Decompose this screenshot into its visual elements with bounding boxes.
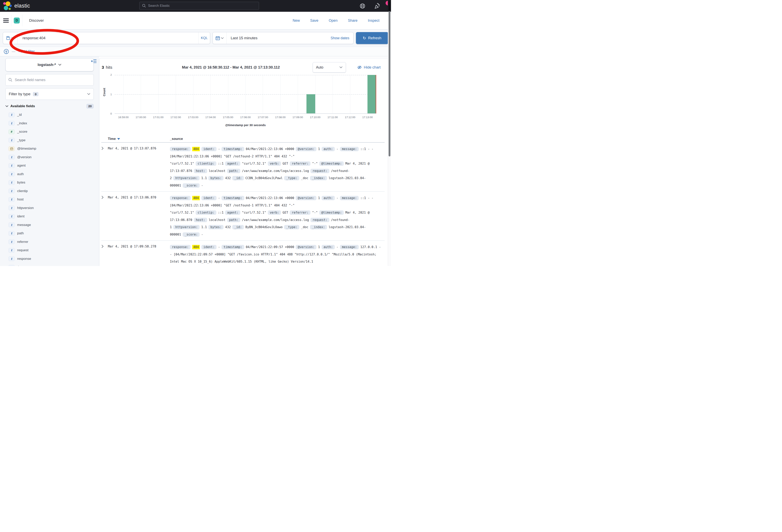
menu-icon[interactable] <box>3 18 9 23</box>
date-picker[interactable]: Last 15 minutes Show dates <box>213 32 354 44</box>
string-field-icon: t <box>8 239 14 244</box>
show-dates-button[interactable]: Show dates <box>330 36 353 40</box>
scrollbar-thumb[interactable] <box>389 1 390 156</box>
saved-query-icon <box>6 36 10 40</box>
field-item-message[interactable]: tmessage <box>5 221 94 229</box>
filter-by-type-label: Filter by type <box>9 92 31 96</box>
expand-row-icon[interactable] <box>101 243 108 266</box>
refresh-icon: ↻ <box>363 36 366 40</box>
string-field-icon: t <box>8 223 14 227</box>
hits-row: 3 hits Mar 4, 2021 @ 16:58:30.112 - Mar … <box>101 62 388 73</box>
global-search-input[interactable] <box>148 4 256 8</box>
field-chip: agent: <box>225 161 240 166</box>
nav-action-share[interactable]: Share <box>348 18 357 23</box>
sort-descending-icon[interactable] <box>117 138 120 140</box>
field-value: _doc <box>301 225 308 229</box>
results-panel: 3 hits Mar 4, 2021 @ 16:58:30.112 - Mar … <box>99 58 388 266</box>
field-item-_id[interactable]: t_id <box>5 111 94 119</box>
field-value: 1 <box>318 245 320 249</box>
table-row: Mar 4, 2021 @ 17:13:07.876response:404id… <box>101 143 385 192</box>
string-field-icon: t <box>8 180 14 185</box>
field-value: 432 <box>225 176 231 180</box>
field-value: /var/www/example.com/logs/access.log <box>242 218 309 222</box>
field-item-clientip[interactable]: tclientip <box>5 187 94 195</box>
field-item-request[interactable]: trequest <box>5 246 94 255</box>
index-pattern-selector[interactable]: logstash-* <box>5 58 94 71</box>
field-item-@timestamp[interactable]: @timestamp <box>5 145 94 153</box>
field-item-auth[interactable]: tauth <box>5 170 94 179</box>
field-item-path[interactable]: tpath <box>5 229 94 238</box>
field-item-timestamp[interactable]: ttimestamp <box>5 263 94 266</box>
filter-options-dash: — <box>12 49 15 53</box>
expand-row-icon[interactable] <box>101 146 108 189</box>
field-chip: message: <box>340 245 359 249</box>
field-item-agent[interactable]: tagent <box>5 161 94 170</box>
string-field-icon: t <box>8 113 14 117</box>
field-chip: @timestamp: <box>319 161 344 166</box>
app-navbar: D Discover NewSaveOpenShareInspect <box>0 12 391 30</box>
x-axis-tick-label: 17:01:00 <box>153 116 164 119</box>
elastic-logo[interactable]: elastic <box>3 1 30 10</box>
interval-select[interactable]: Auto <box>313 62 346 73</box>
table-row: Mar 4, 2021 @ 17:13:06.870response:404id… <box>101 192 385 241</box>
nav-action-save[interactable]: Save <box>310 18 318 23</box>
date-picker-quick-menu[interactable] <box>213 32 227 44</box>
filter-by-type-select[interactable]: Filter by type 0 <box>5 88 94 100</box>
time-column-header[interactable]: Time <box>108 137 170 141</box>
x-axis-tick-label: 17:12:00 <box>345 116 356 119</box>
time-range-value[interactable]: Last 15 minutes <box>227 36 257 40</box>
filter-icon[interactable] <box>4 49 9 54</box>
gridline-horizontal <box>115 94 376 94</box>
histogram-bar[interactable] <box>367 75 376 113</box>
field-item-_score[interactable]: #_score <box>5 127 94 136</box>
field-chip: @version: <box>296 147 316 151</box>
x-axis-tick-label: 17:13:00 <box>362 116 373 119</box>
query-language-button[interactable]: KQL <box>199 32 210 44</box>
field-item-referrer[interactable]: treferrer <box>5 238 94 246</box>
nav-action-inspect[interactable]: Inspect <box>368 18 380 23</box>
field-name: bytes <box>17 181 25 185</box>
field-item-ident[interactable]: tident <box>5 212 94 221</box>
field-chip: clientip: <box>196 161 216 166</box>
field-item-response[interactable]: tresponse <box>5 255 94 263</box>
filter-bar: — + Add filter <box>0 47 391 56</box>
add-filter-button[interactable]: + Add filter <box>18 49 35 53</box>
field-item-_index[interactable]: t_index <box>5 119 94 128</box>
field-chip: path: <box>227 218 241 222</box>
field-item-host[interactable]: thost <box>5 195 94 204</box>
collapse-sidebar-icon[interactable] <box>91 59 97 64</box>
field-chip: host: <box>194 218 207 222</box>
available-fields-header[interactable]: Available fields 20 <box>5 104 94 109</box>
y-axis-tick-label: 0 <box>110 112 112 115</box>
field-value: "curl/7.52.1" <box>242 162 266 165</box>
field-item-_type[interactable]: t_type <box>5 136 94 145</box>
nav-action-new[interactable]: New <box>293 18 300 23</box>
nav-action-open[interactable]: Open <box>329 18 337 23</box>
field-name: path <box>17 231 24 235</box>
chevron-down-icon <box>5 105 8 107</box>
row-source: response:404ident:-timestamp:04/Mar/2021… <box>170 194 385 238</box>
global-search-bar[interactable] <box>139 2 259 10</box>
refresh-button[interactable]: ↻ Refresh <box>356 32 388 44</box>
histogram-time-range: Mar 4, 2021 @ 16:58:30.112 - Mar 4, 2021… <box>149 65 313 70</box>
field-name: httpversion <box>17 206 34 210</box>
field-name: request <box>17 248 29 252</box>
query-input[interactable] <box>18 36 199 40</box>
string-field-icon: t <box>8 189 14 193</box>
histogram-bar[interactable] <box>307 94 315 114</box>
field-search-input[interactable] <box>5 74 94 86</box>
field-item-httpversion[interactable]: thttpversion <box>5 204 94 213</box>
field-chip: @timestamp: <box>319 211 344 215</box>
field-chip: auth: <box>322 147 335 151</box>
query-bar[interactable]: KQL <box>3 32 210 44</box>
field-chip: ident: <box>201 196 217 200</box>
expand-row-icon[interactable] <box>101 194 108 238</box>
help-icon[interactable] <box>359 3 365 9</box>
field-item-bytes[interactable]: tbytes <box>5 178 94 187</box>
hide-chart-button[interactable]: Hide chart <box>357 65 381 70</box>
field-value: 04/Mar/2021:22:09:57 +0000 <box>246 245 294 249</box>
field-item-@version[interactable]: t@version <box>5 153 94 162</box>
news-icon[interactable] <box>374 3 381 9</box>
saved-query-menu[interactable] <box>3 32 18 44</box>
field-value: _doc <box>301 176 308 180</box>
